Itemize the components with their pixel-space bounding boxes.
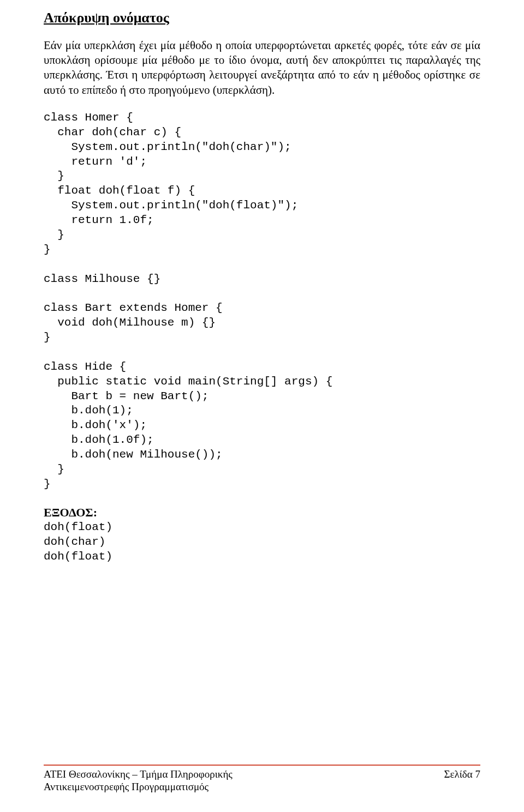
footer-course: Αντικειμενοστρεφής Προγραμματισμός (44, 780, 233, 793)
output-section: ΕΞΟΔΟΣ: doh(float) doh(char) doh(float) (44, 505, 480, 564)
footer-institution: ΑΤΕΙ Θεσσαλονίκης – Τμήμα Πληροφορικής (44, 768, 233, 781)
footer-divider (44, 765, 480, 766)
section-heading: Απόκρυψη ονόματος (40, 9, 480, 27)
intro-paragraph: Εάν μία υπερκλάση έχει μία μέθοδο η οποί… (44, 38, 480, 98)
page-footer: ΑΤΕΙ Θεσσαλονίκης – Τμήμα Πληροφορικής Α… (44, 765, 480, 794)
code-listing: class Homer { char doh(char c) { System.… (44, 111, 480, 492)
output-text: doh(float) doh(char) doh(float) (44, 520, 480, 564)
output-label: ΕΞΟΔΟΣ: (44, 506, 97, 519)
footer-page-number: Σελίδα 7 (444, 768, 480, 794)
